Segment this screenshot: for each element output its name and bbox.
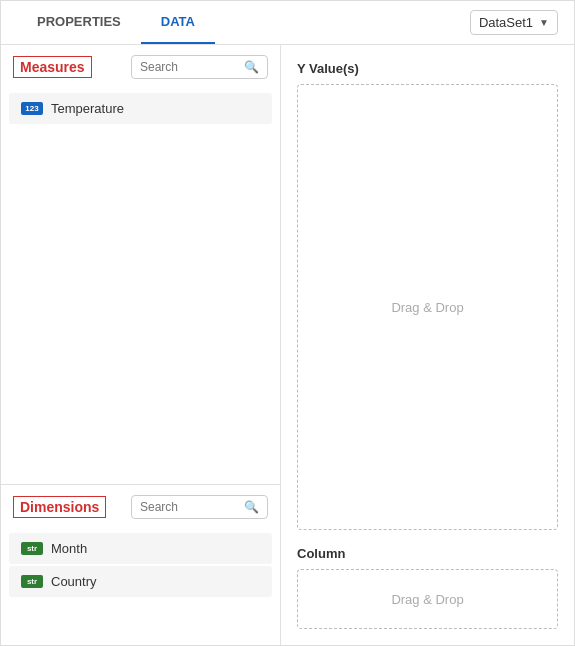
measures-header: Measures 🔍	[1, 45, 280, 87]
dimensions-item-country[interactable]: str Country	[9, 566, 272, 597]
y-values-section: Y Value(s) Drag & Drop	[297, 61, 558, 530]
dimensions-label: Dimensions	[13, 496, 106, 518]
dimensions-search-box[interactable]: 🔍	[131, 495, 268, 519]
header: PROPERTIES DATA DataSet1 ▼	[1, 1, 574, 45]
measures-search-input[interactable]	[140, 60, 240, 74]
dimensions-item-month[interactable]: str Month	[9, 533, 272, 564]
measures-section: Measures 🔍 123 Temperature	[1, 45, 280, 485]
measures-search-icon: 🔍	[244, 60, 259, 74]
y-values-label: Y Value(s)	[297, 61, 558, 76]
left-panel: Measures 🔍 123 Temperature Dimensions	[1, 45, 281, 645]
right-panel: Y Value(s) Drag & Drop Column Drag & Dro…	[281, 45, 574, 645]
dimensions-section: Dimensions 🔍 str Month str Country	[1, 485, 280, 645]
column-section: Column Drag & Drop	[297, 546, 558, 629]
type-badge-str-country: str	[21, 575, 43, 588]
column-drop-zone[interactable]: Drag & Drop	[297, 569, 558, 629]
measures-search-box[interactable]: 🔍	[131, 55, 268, 79]
dimensions-header: Dimensions 🔍	[1, 485, 280, 527]
measures-list: 123 Temperature	[1, 87, 280, 484]
dimensions-item-name-month: Month	[51, 541, 87, 556]
tab-data[interactable]: DATA	[141, 1, 215, 44]
main-content: Measures 🔍 123 Temperature Dimensions	[1, 45, 574, 645]
tabs: PROPERTIES DATA	[17, 1, 215, 44]
measures-item-temperature[interactable]: 123 Temperature	[9, 93, 272, 124]
y-values-drop-zone[interactable]: Drag & Drop	[297, 84, 558, 530]
dimensions-search-icon: 🔍	[244, 500, 259, 514]
dataset-label: DataSet1	[479, 15, 533, 30]
type-badge-123: 123	[21, 102, 43, 115]
main-container: PROPERTIES DATA DataSet1 ▼ Measures 🔍	[0, 0, 575, 646]
dimensions-search-input[interactable]	[140, 500, 240, 514]
dimensions-list: str Month str Country	[1, 527, 280, 645]
dataset-dropdown[interactable]: DataSet1 ▼	[470, 10, 558, 35]
column-label: Column	[297, 546, 558, 561]
type-badge-str-month: str	[21, 542, 43, 555]
dimensions-item-name-country: Country	[51, 574, 97, 589]
measures-item-name: Temperature	[51, 101, 124, 116]
chevron-down-icon: ▼	[539, 17, 549, 28]
measures-label: Measures	[13, 56, 92, 78]
tab-properties[interactable]: PROPERTIES	[17, 1, 141, 44]
